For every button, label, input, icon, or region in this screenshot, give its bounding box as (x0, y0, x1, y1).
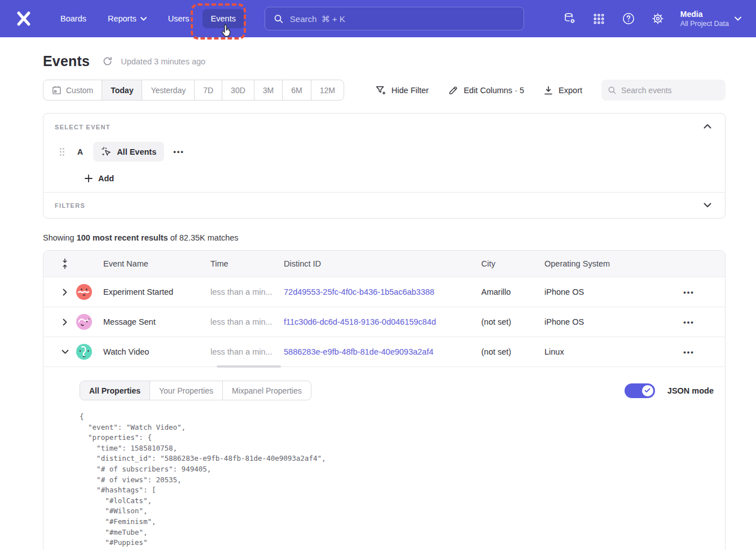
collapse-section-button[interactable] (701, 121, 714, 131)
col-header-city[interactable]: City (481, 259, 544, 268)
event-row-more-button[interactable]: ••• (173, 147, 184, 156)
row-more-button[interactable]: ••• (683, 318, 695, 326)
mixpanel-logo-icon[interactable] (15, 10, 33, 28)
event-selector-chip[interactable]: All Events (93, 142, 164, 161)
nav-item-label: Users (168, 14, 190, 23)
nav-item-label: Reports (108, 14, 137, 23)
nav-item-reports[interactable]: Reports (99, 9, 155, 28)
json-line: "#Wilson", (80, 506, 714, 517)
cell-os: iPhone OS (544, 287, 653, 296)
cell-distinct-id-link[interactable]: 72d49553-25fc-4f0c-b436-1b5ac6ab3388 (284, 287, 481, 296)
help-icon[interactable] (622, 12, 635, 25)
data-management-icon[interactable] (563, 12, 577, 25)
add-event-button[interactable]: Add (85, 174, 114, 183)
hide-filter-label: Hide Filter (392, 86, 429, 95)
filters-section[interactable]: FILTERS (43, 192, 725, 218)
date-range-label: Today (111, 86, 133, 95)
add-label: Add (98, 174, 114, 183)
main-content: Events Updated 3 minutes ago Custom Toda… (43, 53, 726, 550)
table-row-expanded[interactable]: Watch Video less than a min... 5886283e-… (43, 337, 725, 366)
tab-all-properties[interactable]: All Properties (80, 381, 150, 400)
search-icon (274, 14, 283, 24)
chevron-up-icon (704, 124, 711, 129)
json-line: "#lolCats", (80, 496, 714, 507)
expand-filters-button[interactable] (701, 200, 714, 210)
date-range-custom[interactable]: Custom (43, 80, 102, 100)
settings-icon[interactable] (651, 12, 665, 25)
tab-your-properties[interactable]: Your Properties (150, 381, 223, 400)
cell-city: (not set) (481, 347, 544, 356)
expand-row-button[interactable] (54, 318, 76, 326)
cell-distinct-id-link[interactable]: f11c30d6-dc6d-4518-9136-0d046159c84d (284, 317, 481, 326)
chevron-right-icon (63, 318, 67, 326)
tab-label: All Properties (89, 386, 140, 395)
edit-columns-button[interactable]: Edit Columns · 5 (448, 85, 524, 95)
date-range-7d[interactable]: 7D (195, 80, 222, 100)
collapse-all-icon[interactable] (54, 258, 76, 269)
col-header-os[interactable]: Operating System (544, 259, 653, 268)
chevron-down-icon (704, 203, 711, 208)
search-events-box[interactable] (601, 80, 726, 101)
date-range-today[interactable]: Today (102, 80, 142, 100)
col-header-time[interactable]: Time (210, 259, 284, 268)
col-header-event-name[interactable]: Event Name (103, 259, 210, 268)
nav-item-events[interactable]: Events (203, 9, 244, 28)
drag-handle-icon[interactable] (59, 147, 65, 156)
project-switcher[interactable]: Media All Project Data (680, 9, 741, 28)
row-more-button[interactable]: ••• (683, 288, 695, 296)
date-range-label: 7D (203, 86, 213, 95)
cell-distinct-id-link[interactable]: 5886283e-e9fb-48fb-81de-40e9093a2af4 (284, 347, 481, 356)
query-builder-card: SELECT EVENT A (43, 113, 726, 219)
json-line: "distinct_id": "5886283e-e9fb-48fb-81de-… (80, 453, 714, 464)
apps-grid-icon[interactable] (592, 12, 606, 25)
date-range-label: Yesterday (151, 86, 186, 95)
refresh-button[interactable] (102, 56, 113, 67)
results-summary-suffix: of 82.35K matches (168, 233, 239, 242)
nav-item-label: Events (211, 14, 236, 23)
row-more-button[interactable]: ••• (683, 348, 695, 356)
event-json-view: { "event": "Watch Video", "properties": … (80, 412, 714, 550)
horizontal-scrollbar-thumb[interactable] (217, 365, 281, 368)
edit-columns-label: Edit Columns · 5 (464, 86, 524, 95)
project-name: Media (680, 9, 729, 19)
global-search[interactable] (265, 7, 524, 30)
search-events-input[interactable] (621, 86, 719, 95)
global-search-input[interactable] (290, 14, 515, 24)
date-range-label: 6M (291, 86, 302, 95)
chevron-down-icon (140, 17, 147, 21)
nav-item-boards[interactable]: Boards (52, 9, 95, 28)
export-label: Export (559, 86, 582, 95)
query-row-letter: A (77, 147, 83, 156)
date-range-3m[interactable]: 3M (254, 80, 283, 100)
date-range-yesterday[interactable]: Yesterday (142, 80, 195, 100)
nav-item-users[interactable]: Users (160, 9, 198, 28)
expand-row-button[interactable] (54, 289, 76, 296)
json-mode-toggle[interactable] (625, 383, 655, 398)
nav-item-label: Boards (60, 14, 86, 23)
project-scope: All Project Data (680, 19, 729, 28)
nav-right-icons: Media All Project Data (563, 9, 741, 28)
event-avatar (76, 314, 92, 330)
funnel-icon (375, 85, 386, 96)
event-avatar (76, 344, 92, 360)
json-line: "#Puppies" (80, 538, 714, 548)
date-range-12m[interactable]: 12M (311, 80, 344, 100)
collapse-row-button[interactable] (54, 350, 76, 354)
updated-timestamp: Updated 3 minutes ago (121, 57, 205, 66)
select-event-section: SELECT EVENT A (43, 114, 725, 192)
cell-time: less than a min... (210, 317, 284, 326)
download-icon (543, 85, 553, 95)
table-row[interactable]: Message Sent less than a min... f11c30d6… (43, 307, 725, 337)
results-summary-count: 100 most recent results (77, 233, 168, 242)
json-line: "#Feminism", (80, 517, 714, 527)
date-range-30d[interactable]: 30D (222, 80, 254, 100)
tab-mixpanel-properties[interactable]: Mixpanel Properties (223, 381, 311, 400)
plus-icon (85, 174, 93, 182)
col-header-distinct-id[interactable]: Distinct ID (284, 259, 481, 268)
date-range-6m[interactable]: 6M (283, 80, 311, 100)
export-button[interactable]: Export (543, 85, 582, 95)
event-avatar (76, 284, 92, 300)
tab-label: Mixpanel Properties (232, 386, 302, 395)
table-row[interactable]: Experiment Started less than a min... 72… (43, 277, 725, 307)
hide-filter-button[interactable]: Hide Filter (375, 85, 429, 96)
